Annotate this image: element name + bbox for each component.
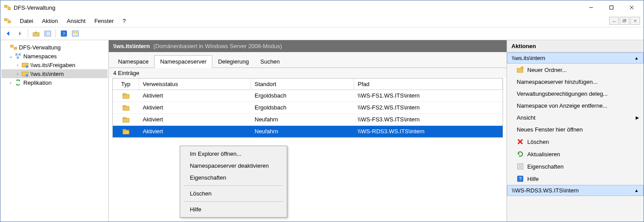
row-status: Aktiviert	[139, 90, 251, 102]
svg-rect-35	[123, 117, 126, 119]
action-delete[interactable]: Löschen	[507, 135, 644, 148]
mdi-minimize-button[interactable]	[609, 17, 619, 25]
col-typ[interactable]: Typ	[113, 79, 139, 90]
tree-pane: DFS-Verwaltung ⌄ Namespaces › \\ws.its\F…	[0, 40, 109, 222]
menu-ansicht[interactable]: Ansicht	[63, 16, 90, 26]
svg-rect-20	[76, 32, 78, 33]
namespace-icon	[22, 70, 29, 77]
expander-icon[interactable]: ⌄	[7, 53, 14, 59]
namespaces-icon	[15, 53, 22, 60]
row-standort: Ergoldsbach	[251, 90, 354, 102]
ctx-deactivate[interactable]: Namespaceserver deaktivieren	[181, 160, 286, 172]
ctx-open-explorer[interactable]: Im Explorer öffnen...	[181, 148, 286, 160]
col-standort[interactable]: Standort	[251, 79, 354, 90]
collapse-icon: ▲	[634, 56, 639, 60]
ctx-delete[interactable]: Löschen	[181, 188, 286, 199]
tree-label: DFS-Verwaltung	[19, 44, 61, 51]
actions-section-label: \\WS-RDS3.WS.ITS\intern	[512, 187, 579, 194]
maximize-button[interactable]	[601, 1, 622, 14]
col-pfad[interactable]: Pfad	[354, 79, 503, 90]
actions-section-intern[interactable]: \\ws.its\intern ▲	[507, 53, 644, 64]
svg-rect-33	[123, 105, 126, 107]
row-pfad: \\WS-RDS3.WS.ITS\intern	[354, 126, 503, 137]
menu-fenster[interactable]: Fenster	[90, 16, 118, 26]
action-help[interactable]: ? Hilfe	[507, 173, 644, 185]
help-button[interactable]: ?	[59, 28, 69, 39]
row-pfad: \\WS-FS3.WS.ITS\intern	[354, 114, 503, 125]
action-label: Neues Fenster hier öffnen	[517, 126, 583, 133]
tab-namespaceserver[interactable]: Namespaceserver	[154, 55, 212, 68]
expander-icon[interactable]: ›	[15, 71, 21, 76]
up-button[interactable]	[31, 28, 41, 39]
tree-ns-freigaben[interactable]: › \\ws.its\Freigaben	[1, 60, 107, 69]
menu-aktion[interactable]: Aktion	[37, 16, 62, 26]
grid: Typ Verweisstatus Standort Pfad Aktivier…	[112, 78, 503, 138]
minimize-button[interactable]	[581, 1, 601, 14]
entry-count: 4 Einträge	[109, 68, 507, 78]
table-row[interactable]: Aktiviert Neufahrn \\WS-RDS3.WS.ITS\inte…	[113, 126, 503, 138]
menu-hilfe[interactable]: ?	[118, 16, 130, 26]
svg-point-27	[26, 65, 28, 68]
toolbar-separator	[56, 29, 56, 38]
action-remove-ns[interactable]: Namespace von Anzeige entferne...	[507, 100, 644, 112]
row-pfad: \\WS-FS2.WS.ITS\intern	[354, 102, 503, 113]
svg-rect-22	[14, 47, 17, 49]
back-button[interactable]	[3, 28, 14, 39]
ctx-properties[interactable]: Eigenschaften	[181, 172, 286, 184]
titlebar: DFS-Verwaltung	[0, 0, 644, 15]
svg-rect-23	[15, 53, 18, 56]
dfs-root-icon	[10, 44, 17, 51]
tree-namespaces[interactable]: ⌄ Namespaces	[1, 52, 107, 60]
main-area: DFS-Verwaltung ⌄ Namespaces › \\ws.its\F…	[0, 40, 644, 222]
svg-rect-37	[123, 129, 126, 131]
menu-datei[interactable]: Datei	[15, 16, 37, 26]
help-icon: ?	[517, 175, 524, 182]
row-type-icon	[113, 114, 139, 125]
actions-section-rds3[interactable]: \\WS-RDS3.WS.ITS\intern ▲	[507, 185, 644, 196]
show-hide-tree-button[interactable]	[42, 28, 53, 39]
row-status: Aktiviert	[139, 114, 251, 125]
svg-rect-0	[4, 5, 7, 8]
ctx-help[interactable]: Hilfe	[181, 203, 286, 215]
tab-delegierung[interactable]: Delegierung	[212, 55, 255, 68]
svg-rect-6	[4, 19, 7, 21]
action-new-window[interactable]: Neues Fenster hier öffnen	[507, 124, 644, 135]
row-pfad: \\WS-FS1.WS.ITS\intern	[354, 90, 503, 102]
row-standort: Neufahrn	[251, 126, 354, 137]
action-label: Eigenschaften	[527, 163, 563, 170]
action-new-folder[interactable]: ✦ Neuer Ordner...	[507, 64, 644, 76]
mdi-close-button[interactable]	[630, 17, 640, 25]
row-standort: Ergoldsbach	[251, 102, 354, 113]
action-delegate[interactable]: Verwaltungsberechtigungen deleg...	[507, 88, 644, 100]
action-label: Hilfe	[527, 176, 539, 182]
row-type-icon	[113, 90, 139, 102]
row-type-icon	[113, 126, 139, 137]
action-label: Ansicht	[517, 114, 536, 121]
window-title: DFS-Verwaltung	[14, 4, 581, 11]
close-button[interactable]	[622, 1, 642, 14]
action-add-ns-server[interactable]: Namespaceserver hinzufügen...	[507, 76, 644, 88]
table-row[interactable]: Aktiviert Neufahrn \\WS-FS3.WS.ITS\inter…	[113, 114, 503, 126]
action-refresh[interactable]: Aktualisieren	[507, 148, 644, 160]
expander-icon[interactable]: ›	[15, 62, 21, 68]
svg-rect-10	[623, 20, 625, 22]
action-properties[interactable]: Eigenschaften	[507, 160, 644, 173]
expander-icon[interactable]: ›	[7, 80, 14, 85]
tab-namespace[interactable]: Namespace	[112, 55, 154, 68]
forward-button[interactable]	[15, 28, 25, 39]
submenu-icon: ▶	[636, 115, 639, 120]
tabs: Namespace Namespaceserver Delegierung Su…	[109, 52, 507, 68]
row-status: Aktiviert	[139, 126, 251, 137]
mdi-restore-button[interactable]	[620, 17, 629, 25]
action-ansicht[interactable]: Ansicht ▶	[507, 112, 644, 124]
ctx-separator	[184, 201, 283, 202]
tree-root[interactable]: DFS-Verwaltung	[1, 43, 107, 52]
table-row[interactable]: Aktiviert Ergoldsbach \\WS-FS1.WS.ITS\in…	[113, 90, 503, 102]
options-button[interactable]	[70, 28, 81, 39]
tree-ns-intern[interactable]: › \\ws.its\intern	[1, 69, 107, 78]
tree-replikation[interactable]: › Replikation	[1, 78, 107, 87]
tab-suchen[interactable]: Suchen	[255, 55, 285, 68]
col-status[interactable]: Verweisstatus	[139, 79, 251, 90]
table-row[interactable]: Aktiviert Ergoldsbach \\WS-FS2.WS.ITS\in…	[113, 102, 503, 114]
toolbar-separator	[28, 29, 28, 38]
